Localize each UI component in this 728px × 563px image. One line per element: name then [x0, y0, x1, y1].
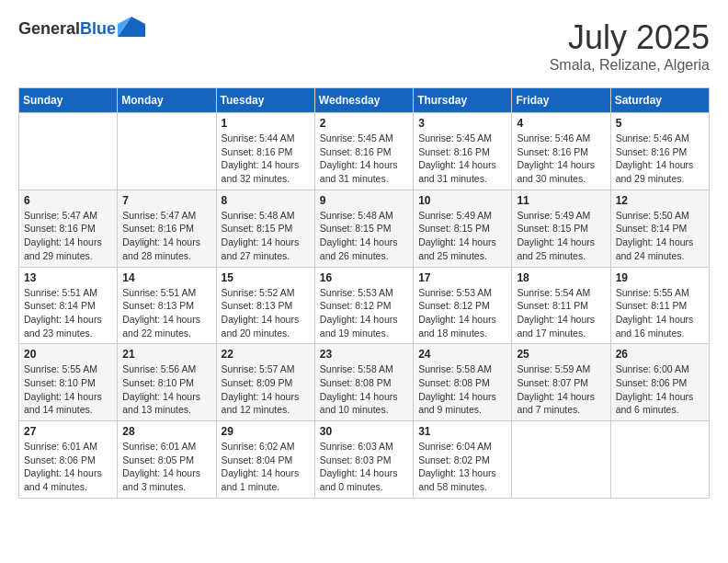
day-detail: Sunrise: 5:58 AM Sunset: 8:08 PM Dayligh… — [418, 362, 506, 417]
day-detail: Sunrise: 6:00 AM Sunset: 8:06 PM Dayligh… — [616, 362, 704, 417]
calendar-cell — [19, 113, 118, 190]
day-number: 23 — [320, 348, 408, 361]
calendar-table: SundayMondayTuesdayWednesdayThursdayFrid… — [18, 87, 710, 499]
day-detail: Sunrise: 5:58 AM Sunset: 8:08 PM Dayligh… — [320, 362, 408, 417]
weekday-header: Friday — [512, 88, 610, 113]
calendar-cell: 25Sunrise: 5:59 AM Sunset: 8:07 PM Dayli… — [512, 344, 610, 421]
calendar-cell: 5Sunrise: 5:46 AM Sunset: 8:16 PM Daylig… — [610, 113, 709, 190]
weekday-header: Tuesday — [216, 88, 314, 113]
day-detail: Sunrise: 5:49 AM Sunset: 8:15 PM Dayligh… — [418, 209, 506, 263]
calendar-cell: 15Sunrise: 5:52 AM Sunset: 8:13 PM Dayli… — [216, 267, 314, 344]
day-number: 5 — [616, 117, 704, 130]
day-detail: Sunrise: 5:53 AM Sunset: 8:12 PM Dayligh… — [320, 286, 408, 340]
weekday-header-row: SundayMondayTuesdayWednesdayThursdayFrid… — [19, 88, 710, 113]
day-detail: Sunrise: 5:46 AM Sunset: 8:16 PM Dayligh… — [517, 132, 605, 186]
day-number: 1 — [222, 117, 310, 130]
day-detail: Sunrise: 5:51 AM Sunset: 8:14 PM Dayligh… — [24, 286, 112, 340]
calendar-cell: 24Sunrise: 5:58 AM Sunset: 8:08 PM Dayli… — [414, 344, 512, 421]
weekday-header: Monday — [118, 88, 216, 113]
calendar-cell: 17Sunrise: 5:53 AM Sunset: 8:12 PM Dayli… — [414, 267, 512, 344]
day-detail: Sunrise: 5:47 AM Sunset: 8:16 PM Dayligh… — [24, 209, 112, 263]
day-detail: Sunrise: 5:55 AM Sunset: 8:10 PM Dayligh… — [24, 362, 112, 417]
day-number: 20 — [24, 348, 112, 361]
calendar-cell — [512, 421, 610, 499]
calendar-cell: 2Sunrise: 5:45 AM Sunset: 8:16 PM Daylig… — [314, 113, 413, 190]
day-number: 2 — [320, 117, 408, 130]
page-header: GeneralBlue July 2025 Smala, Relizane, A… — [18, 18, 710, 74]
weekday-header: Saturday — [610, 88, 709, 113]
day-detail: Sunrise: 6:04 AM Sunset: 8:02 PM Dayligh… — [418, 440, 506, 494]
calendar-cell — [610, 421, 709, 499]
location: Smala, Relizane, Algeria — [550, 57, 710, 74]
calendar-cell: 14Sunrise: 5:51 AM Sunset: 8:13 PM Dayli… — [118, 267, 216, 344]
day-number: 3 — [418, 117, 506, 130]
calendar-cell: 13Sunrise: 5:51 AM Sunset: 8:14 PM Dayli… — [19, 267, 118, 344]
calendar-cell: 3Sunrise: 5:45 AM Sunset: 8:16 PM Daylig… — [414, 113, 512, 190]
day-number: 13 — [24, 271, 112, 284]
calendar-cell: 26Sunrise: 6:00 AM Sunset: 8:06 PM Dayli… — [610, 344, 709, 421]
day-detail: Sunrise: 5:57 AM Sunset: 8:09 PM Dayligh… — [222, 362, 310, 417]
calendar-cell: 31Sunrise: 6:04 AM Sunset: 8:02 PM Dayli… — [414, 421, 512, 499]
day-number: 17 — [418, 271, 506, 284]
calendar-cell: 1Sunrise: 5:44 AM Sunset: 8:16 PM Daylig… — [216, 113, 314, 190]
calendar-week-row: 27Sunrise: 6:01 AM Sunset: 8:06 PM Dayli… — [19, 421, 710, 499]
day-number: 6 — [24, 194, 112, 207]
day-detail: Sunrise: 5:46 AM Sunset: 8:16 PM Dayligh… — [616, 132, 704, 186]
weekday-header: Wednesday — [314, 88, 413, 113]
day-detail: Sunrise: 6:01 AM Sunset: 8:06 PM Dayligh… — [24, 440, 112, 494]
day-detail: Sunrise: 6:01 AM Sunset: 8:05 PM Dayligh… — [122, 440, 210, 494]
weekday-header: Sunday — [19, 88, 118, 113]
calendar-cell: 7Sunrise: 5:47 AM Sunset: 8:16 PM Daylig… — [118, 190, 216, 267]
day-detail: Sunrise: 5:52 AM Sunset: 8:13 PM Dayligh… — [222, 286, 310, 340]
logo: GeneralBlue — [18, 18, 145, 39]
day-detail: Sunrise: 5:55 AM Sunset: 8:11 PM Dayligh… — [616, 286, 704, 340]
day-number: 14 — [122, 271, 210, 284]
calendar-cell: 4Sunrise: 5:46 AM Sunset: 8:16 PM Daylig… — [512, 113, 610, 190]
calendar-week-row: 20Sunrise: 5:55 AM Sunset: 8:10 PM Dayli… — [19, 344, 710, 421]
day-number: 12 — [616, 194, 704, 207]
day-number: 4 — [517, 117, 605, 130]
calendar-cell — [118, 113, 216, 190]
calendar-cell: 30Sunrise: 6:03 AM Sunset: 8:03 PM Dayli… — [314, 421, 413, 499]
calendar-week-row: 6Sunrise: 5:47 AM Sunset: 8:16 PM Daylig… — [19, 190, 710, 267]
calendar-week-row: 13Sunrise: 5:51 AM Sunset: 8:14 PM Dayli… — [19, 267, 710, 344]
day-detail: Sunrise: 5:50 AM Sunset: 8:14 PM Dayligh… — [616, 209, 704, 263]
day-number: 25 — [517, 348, 605, 361]
month-year: July 2025 — [550, 18, 710, 57]
day-detail: Sunrise: 5:51 AM Sunset: 8:13 PM Dayligh… — [122, 286, 210, 340]
day-detail: Sunrise: 5:54 AM Sunset: 8:11 PM Dayligh… — [517, 286, 605, 340]
day-detail: Sunrise: 5:53 AM Sunset: 8:12 PM Dayligh… — [418, 286, 506, 340]
calendar-cell: 27Sunrise: 6:01 AM Sunset: 8:06 PM Dayli… — [19, 421, 118, 499]
day-detail: Sunrise: 5:45 AM Sunset: 8:16 PM Dayligh… — [320, 132, 408, 186]
calendar-cell: 20Sunrise: 5:55 AM Sunset: 8:10 PM Dayli… — [19, 344, 118, 421]
calendar-cell: 23Sunrise: 5:58 AM Sunset: 8:08 PM Dayli… — [314, 344, 413, 421]
weekday-header: Thursday — [414, 88, 512, 113]
calendar-cell: 22Sunrise: 5:57 AM Sunset: 8:09 PM Dayli… — [216, 344, 314, 421]
day-detail: Sunrise: 5:49 AM Sunset: 8:15 PM Dayligh… — [517, 209, 605, 263]
day-number: 31 — [418, 425, 506, 438]
day-number: 22 — [222, 348, 310, 361]
day-number: 11 — [517, 194, 605, 207]
calendar-cell: 10Sunrise: 5:49 AM Sunset: 8:15 PM Dayli… — [414, 190, 512, 267]
logo-icon — [118, 17, 145, 37]
day-number: 18 — [517, 271, 605, 284]
day-detail: Sunrise: 5:44 AM Sunset: 8:16 PM Dayligh… — [222, 132, 310, 186]
day-detail: Sunrise: 5:48 AM Sunset: 8:15 PM Dayligh… — [320, 209, 408, 263]
day-number: 21 — [122, 348, 210, 361]
day-detail: Sunrise: 5:45 AM Sunset: 8:16 PM Dayligh… — [418, 132, 506, 186]
day-number: 28 — [122, 425, 210, 438]
day-number: 26 — [616, 348, 704, 361]
calendar-cell: 19Sunrise: 5:55 AM Sunset: 8:11 PM Dayli… — [610, 267, 709, 344]
day-number: 29 — [222, 425, 310, 438]
day-number: 8 — [222, 194, 310, 207]
day-detail: Sunrise: 5:48 AM Sunset: 8:15 PM Dayligh… — [222, 209, 310, 263]
calendar-cell: 21Sunrise: 5:56 AM Sunset: 8:10 PM Dayli… — [118, 344, 216, 421]
day-number: 15 — [222, 271, 310, 284]
calendar-cell: 29Sunrise: 6:02 AM Sunset: 8:04 PM Dayli… — [216, 421, 314, 499]
day-number: 9 — [320, 194, 408, 207]
day-number: 27 — [24, 425, 112, 438]
title-block: July 2025 Smala, Relizane, Algeria — [550, 18, 710, 74]
calendar-cell: 16Sunrise: 5:53 AM Sunset: 8:12 PM Dayli… — [314, 267, 413, 344]
day-number: 16 — [320, 271, 408, 284]
day-number: 24 — [418, 348, 506, 361]
